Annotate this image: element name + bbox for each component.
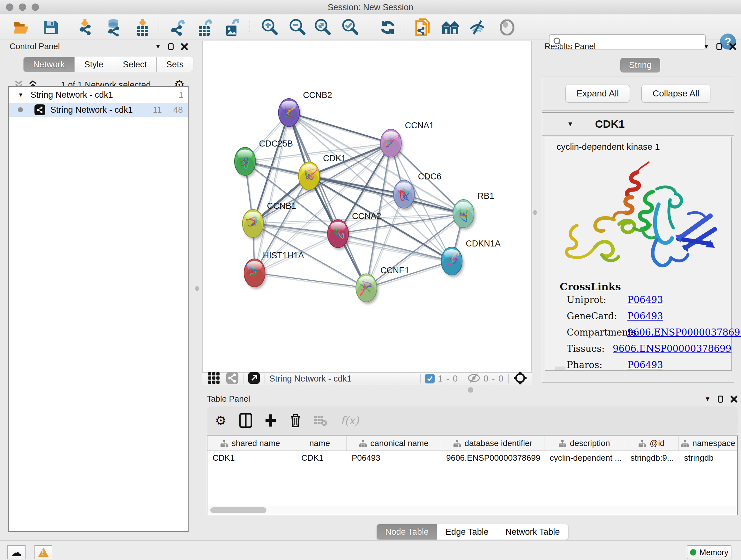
- tab-select[interactable]: Select: [113, 57, 157, 72]
- table-options-gear-icon[interactable]: ⚙: [212, 411, 229, 430]
- open-session-icon[interactable]: [12, 18, 32, 37]
- hide-selected-icon[interactable]: [468, 18, 488, 37]
- import-table-icon[interactable]: [133, 18, 152, 37]
- import-network-icon[interactable]: [77, 18, 96, 37]
- table-panel-menu-icon[interactable]: ▼: [704, 395, 711, 402]
- column-header-canonical-name[interactable]: canonical name: [347, 436, 441, 450]
- cell-database-identifier[interactable]: 9606.ENSP00000378699: [441, 451, 544, 465]
- horizontal-splitter-handle[interactable]: [468, 387, 473, 393]
- column-header-name[interactable]: name: [293, 436, 347, 450]
- network-edge-CCNB2-CCNA1[interactable]: [289, 113, 391, 143]
- export-table-icon[interactable]: [195, 18, 215, 37]
- network-node-CCNE1[interactable]: [356, 274, 379, 304]
- left-splitter-handle[interactable]: [195, 286, 199, 291]
- birds-eye-view-icon[interactable]: [207, 372, 220, 386]
- function-builder-icon[interactable]: f(x): [337, 411, 362, 430]
- zoom-fit-icon[interactable]: [313, 18, 333, 37]
- tab-node-table[interactable]: Node Table: [377, 524, 437, 540]
- network-canvas[interactable]: CCNB2CCNA1CDC25BCDK1CDC6RB1CCNB1CCNA2CDK…: [202, 41, 532, 372]
- tab-network[interactable]: Network: [23, 57, 75, 72]
- column-header-namespace[interactable]: namespace: [679, 436, 737, 450]
- tab-network-table[interactable]: Network Table: [497, 524, 569, 540]
- application-window: Session: New Session: [0, 0, 741, 560]
- cell-namespace[interactable]: stringdb: [679, 451, 737, 465]
- expand-all-button[interactable]: Expand All: [565, 84, 630, 103]
- collection-disclosure-icon[interactable]: ▼: [18, 91, 23, 98]
- add-column-icon[interactable]: [262, 411, 279, 430]
- import-file-network-icon[interactable]: [413, 18, 433, 37]
- network-label: String Network - cdk1: [51, 105, 133, 115]
- tab-style[interactable]: Style: [75, 57, 113, 72]
- results-panel-float-icon[interactable]: [717, 43, 722, 50]
- network-node-CCNB2[interactable]: [279, 99, 301, 129]
- home-icon[interactable]: [441, 18, 461, 37]
- table-panel-float-icon[interactable]: [718, 395, 723, 402]
- cloud-status-button[interactable]: ☁: [7, 545, 25, 559]
- network-node-CCNA2[interactable]: [327, 220, 350, 250]
- show-all-icon[interactable]: [497, 18, 517, 37]
- window-title: Session: New Session: [0, 3, 741, 12]
- zoom-selected-icon[interactable]: [340, 18, 360, 37]
- node-gloss: [456, 202, 471, 211]
- network-collection-row[interactable]: ▼ String Network - cdk1 1: [9, 87, 188, 103]
- network-style-icon[interactable]: [226, 372, 239, 386]
- selected-checkbox-icon[interactable]: [425, 374, 434, 383]
- column-header-database-identifier[interactable]: database identifier: [441, 436, 544, 450]
- refresh-icon[interactable]: [378, 18, 398, 37]
- results-scrollbar-thumb[interactable]: [555, 367, 565, 370]
- tab-sets[interactable]: Sets: [157, 57, 193, 72]
- main-toolbar: ?: [0, 14, 741, 40]
- delete-column-icon[interactable]: [287, 411, 304, 430]
- cell-description[interactable]: cyclin-dependent ...: [544, 451, 624, 465]
- export-network-icon[interactable]: [168, 18, 188, 37]
- crosslink-link[interactable]: 9606.ENSP00000378699: [613, 343, 731, 354]
- network-edge-CCNB2-CCNE1[interactable]: [289, 113, 366, 288]
- control-panel-close-icon[interactable]: [181, 43, 188, 51]
- network-edge-CCNB2-RB1[interactable]: [289, 113, 463, 213]
- memory-button[interactable]: Memory: [687, 545, 731, 559]
- cell-canonical-name[interactable]: P06493: [347, 451, 441, 465]
- table-horizontal-scrollbar[interactable]: [208, 506, 736, 514]
- crosslink-link[interactable]: 9606.ENSP00000378699: [627, 327, 741, 338]
- cell-shared-name[interactable]: CDK1: [207, 451, 293, 465]
- tab-edge-table[interactable]: Edge Table: [437, 524, 497, 540]
- collapse-all-button[interactable]: Collapse All: [642, 84, 711, 103]
- cell-id[interactable]: stringdb:9...: [624, 451, 679, 465]
- zoom-out-icon[interactable]: [287, 18, 307, 37]
- network-graph[interactable]: CCNB2CCNA1CDC25BCDK1CDC6RB1CCNB1CCNA2CDK…: [203, 41, 531, 372]
- column-header-shared-name[interactable]: shared name: [207, 436, 293, 450]
- export-image-icon[interactable]: [223, 18, 243, 37]
- results-panel-menu-icon[interactable]: ▼: [703, 43, 710, 50]
- zoom-in-icon[interactable]: [260, 18, 280, 37]
- table-panel-close-icon[interactable]: [730, 395, 738, 403]
- delete-table-icon[interactable]: [312, 411, 329, 430]
- crosslink-link[interactable]: P06493: [627, 294, 663, 305]
- network-node-HIST1H1A[interactable]: [244, 259, 267, 289]
- network-node-CCNB1[interactable]: [243, 209, 265, 240]
- crosslink-link[interactable]: P06493: [627, 360, 663, 370]
- column-header-id[interactable]: @id: [624, 436, 679, 450]
- control-panel-menu-icon[interactable]: ▼: [155, 43, 161, 50]
- control-panel-float-icon[interactable]: [168, 43, 174, 50]
- network-node-CDKN1A[interactable]: [441, 247, 464, 277]
- protein-disclosure-icon[interactable]: ▼: [567, 120, 574, 128]
- network-node-RB1[interactable]: [453, 199, 475, 230]
- table-scrollbar-thumb[interactable]: [210, 507, 266, 513]
- warnings-button[interactable]: [35, 545, 52, 559]
- network-view-toolbar: String Network - cdk1 1 - 0 0 - 0: [202, 372, 532, 385]
- cell-name[interactable]: CDK1: [293, 451, 347, 465]
- show-columns-icon[interactable]: [238, 411, 254, 430]
- import-database-icon[interactable]: [104, 18, 124, 37]
- crosslink-link[interactable]: P06493: [627, 311, 663, 321]
- fit-selected-icon[interactable]: [513, 371, 527, 386]
- network-edge-HIST1H1A-CCNE1[interactable]: [255, 273, 366, 288]
- table-row[interactable]: CDK1 CDK1 P06493 9606.ENSP00000378699 cy…: [207, 451, 737, 465]
- network-row-selected[interactable]: String Network - cdk1 11 48: [9, 103, 188, 117]
- column-header-description[interactable]: description: [544, 436, 624, 450]
- results-panel-close-icon[interactable]: [729, 43, 737, 51]
- save-session-icon[interactable]: [41, 18, 61, 37]
- crosslink-row: Compartments: 9606.ENSP00000378699: [567, 327, 731, 338]
- right-splitter-handle[interactable]: [533, 210, 537, 215]
- always-show-graphics-icon[interactable]: [248, 372, 260, 385]
- tab-string-results[interactable]: String: [620, 58, 660, 72]
